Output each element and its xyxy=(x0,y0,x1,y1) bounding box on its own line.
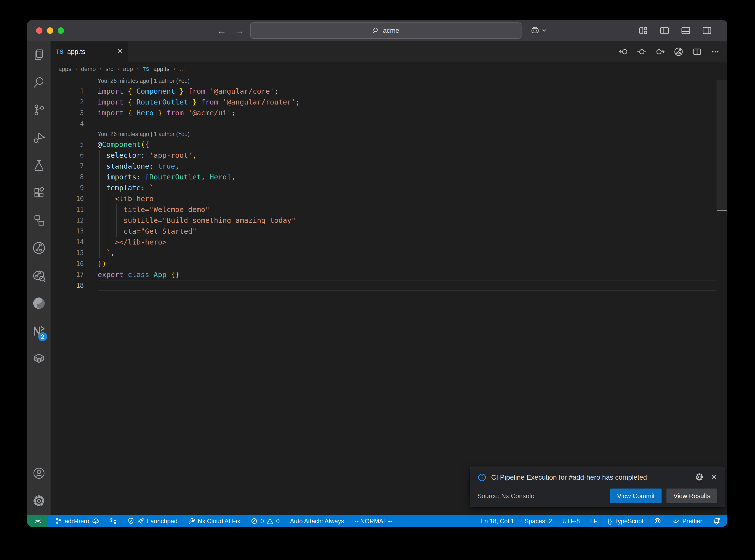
copilot-menu-button[interactable] xyxy=(530,20,547,41)
code-line[interactable]: 15 `, xyxy=(51,247,728,258)
code-line[interactable]: 18 xyxy=(51,280,728,291)
toggle-panel-icon[interactable] xyxy=(680,26,691,35)
notifications-status[interactable] xyxy=(713,517,720,525)
line-number: 3 xyxy=(51,109,98,117)
copilot-status[interactable] xyxy=(654,517,661,525)
breadcrumb-item[interactable]: app xyxy=(123,65,133,73)
breadcrumb-file[interactable]: app.ts xyxy=(153,65,170,73)
line-number: 6 xyxy=(51,152,98,159)
code-text: export class App {} xyxy=(98,271,717,279)
run-debug-icon xyxy=(33,131,45,145)
codelens-row[interactable]: You, 26 minutes ago | 1 author (You) xyxy=(51,129,728,139)
breadcrumb-overflow[interactable]: … xyxy=(179,65,185,73)
remote-indicator[interactable]: >< xyxy=(27,515,48,527)
code-line[interactable]: 10 <lib-hero xyxy=(51,193,728,204)
project-boxes-icon xyxy=(33,214,45,228)
source-control-graph-icon[interactable] xyxy=(674,47,683,57)
commit-graph-activity-item[interactable] xyxy=(27,235,51,262)
code-editor[interactable]: You, 26 minutes ago | 1 author (You)1imp… xyxy=(51,76,728,515)
current-change-icon[interactable] xyxy=(637,47,647,57)
account-icon xyxy=(33,467,45,481)
extensions-icon xyxy=(33,186,45,200)
settings-gear-activity-item[interactable] xyxy=(27,487,51,515)
nav-previous-change-icon[interactable] xyxy=(619,47,628,57)
eol-status[interactable]: LF xyxy=(590,518,597,525)
cursor-position-status[interactable]: Ln 18, Col 1 xyxy=(481,518,514,525)
code-line[interactable]: 11 title="Welcmoe demo" xyxy=(51,204,728,215)
language-status[interactable]: {} TypeScript xyxy=(608,518,643,525)
line-number: 5 xyxy=(51,141,98,148)
zoom-window-button[interactable] xyxy=(58,27,64,34)
customize-layout-icon[interactable] xyxy=(638,26,649,35)
view-commit-button[interactable]: View Commit xyxy=(610,488,662,503)
git-branch-status[interactable]: add-hero xyxy=(55,517,99,525)
code-line[interactable]: 7 standalone: true, xyxy=(51,161,728,172)
code-line[interactable]: 16}) xyxy=(51,258,728,269)
extensions-activity-item[interactable] xyxy=(27,179,51,207)
code-line[interactable]: 5@Component({ xyxy=(51,139,728,150)
graph-search-activity-item[interactable] xyxy=(27,262,51,290)
vim-mode-status[interactable]: -- NORMAL -- xyxy=(354,518,392,525)
notification-settings-icon[interactable] xyxy=(695,473,703,482)
code-line[interactable]: 1import { Component } from '@angular/cor… xyxy=(51,86,728,97)
scrollbar[interactable] xyxy=(717,80,728,211)
code-line[interactable]: 2import { RouterOutlet } from '@angular/… xyxy=(51,97,728,107)
indentation-status[interactable]: Spaces: 2 xyxy=(524,518,552,525)
code-line[interactable]: 8 imports: [RouterOutlet, Hero], xyxy=(51,172,728,182)
source-control-activity-item[interactable] xyxy=(27,97,51,124)
split-editor-icon[interactable] xyxy=(692,47,702,57)
editor-actions xyxy=(619,41,728,62)
close-tab-icon[interactable] xyxy=(117,48,123,56)
code-line[interactable]: 3import { Hero } from '@acme/ui'; xyxy=(51,107,728,118)
search-activity-item[interactable] xyxy=(27,69,51,97)
close-window-button[interactable] xyxy=(36,27,42,34)
breadcrumb-item[interactable]: src xyxy=(105,65,114,73)
indent-guide xyxy=(116,204,117,237)
explorer-activity-item[interactable] xyxy=(27,41,51,69)
run-debug-activity-item[interactable] xyxy=(27,124,51,152)
command-center-search[interactable]: acme xyxy=(250,22,521,39)
code-line[interactable]: 6 selector: 'app-root', xyxy=(51,150,728,161)
indent-guide xyxy=(108,193,108,247)
nav-next-change-icon[interactable] xyxy=(655,47,665,57)
codelens-row[interactable]: You, 26 minutes ago | 1 author (You) xyxy=(51,76,728,86)
testing-activity-item[interactable] xyxy=(27,152,51,179)
code-text: @Component({ xyxy=(98,140,717,148)
encoding-status[interactable]: UTF-8 xyxy=(562,518,580,525)
devtools-swirl-activity-item[interactable] xyxy=(27,290,51,318)
code-text xyxy=(98,280,717,291)
tab-app-ts[interactable]: TS app.ts xyxy=(51,41,128,62)
breadcrumb-item[interactable]: apps xyxy=(58,65,71,73)
breadcrumb-item[interactable]: demo xyxy=(81,65,96,73)
project-boxes-activity-item[interactable] xyxy=(27,207,51,235)
code-text: <lib-hero xyxy=(98,195,717,203)
code-line[interactable]: 17export class App {} xyxy=(51,269,728,280)
auto-attach-status[interactable]: Auto Attach: Always xyxy=(290,518,344,525)
account-activity-item[interactable] xyxy=(27,460,51,487)
settings-gear-icon xyxy=(33,495,45,508)
compare-changes-status[interactable] xyxy=(110,517,117,525)
code-line[interactable]: 4 xyxy=(51,118,728,129)
view-results-button[interactable]: View Results xyxy=(667,488,717,503)
notification-close-icon[interactable] xyxy=(710,474,717,481)
navigate-back-button[interactable]: ← xyxy=(217,20,226,41)
containers-activity-item[interactable] xyxy=(27,345,51,373)
launchpad-status[interactable]: Launchpad xyxy=(127,517,178,525)
code-line[interactable]: 14 ></lib-hero> xyxy=(51,237,728,247)
code-line[interactable]: 12 subtitle="Build something amazing tod… xyxy=(51,215,728,226)
problems-status[interactable]: 0 0 xyxy=(251,517,280,525)
formatter-status[interactable]: Prettier xyxy=(672,517,702,525)
code-line[interactable]: 13 cta="Get Started" xyxy=(51,226,728,237)
toggle-secondary-sidebar-icon[interactable] xyxy=(702,26,712,35)
nx-console-activity-item[interactable]: 2 xyxy=(27,318,51,345)
toggle-primary-sidebar-icon[interactable] xyxy=(659,26,670,35)
chevron-down-icon xyxy=(542,29,547,32)
typescript-file-icon: TS xyxy=(56,48,64,55)
line-number: 16 xyxy=(51,260,98,267)
minimize-window-button[interactable] xyxy=(47,27,53,34)
more-actions-icon[interactable] xyxy=(711,47,720,57)
code-text: import { RouterOutlet } from '@angular/r… xyxy=(98,98,717,106)
code-line[interactable]: 9 template: ` xyxy=(51,182,728,193)
navigate-forward-button[interactable]: → xyxy=(235,20,244,41)
nx-cloud-fix-status[interactable]: Nx Cloud AI Fix xyxy=(188,517,240,525)
